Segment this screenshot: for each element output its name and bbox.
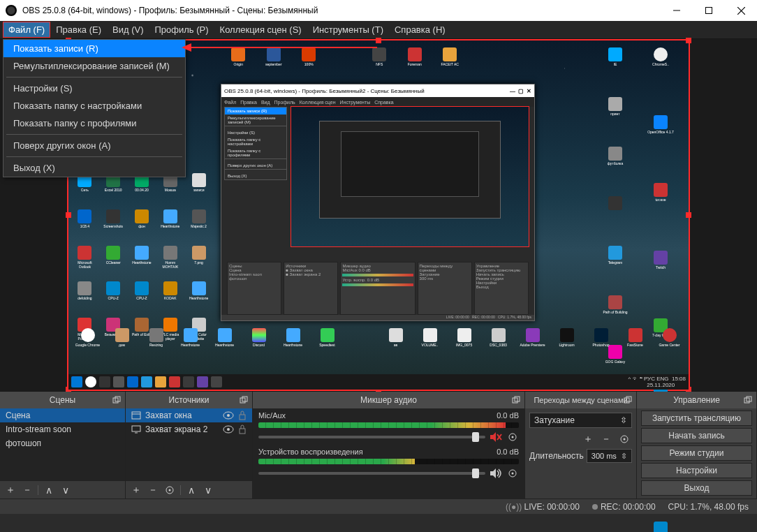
close-button[interactable]	[725, 0, 757, 21]
channel-settings-button[interactable]	[506, 431, 519, 443]
transitions-dock: Переходы между сценами Затухание ⇳ ＋ － Д…	[525, 392, 637, 498]
svg-rect-15	[132, 426, 140, 431]
settings-button[interactable]: Настройки	[641, 463, 752, 478]
scenes-title: Сцены	[50, 395, 75, 405]
transition-select[interactable]: Затухание ⇳	[529, 413, 632, 428]
menu-view[interactable]: Вид (V)	[107, 22, 149, 38]
menu-edit[interactable]: Правка (E)	[50, 22, 107, 38]
svg-point-31	[512, 473, 514, 475]
controls-dock: Управление Запустить трансляцию Начать з…	[637, 392, 757, 498]
scene-item[interactable]: Intro-stream soon	[0, 422, 125, 436]
menubar: Файл (F) Правка (E) Вид (V) Профиль (P) …	[0, 21, 757, 39]
popout-icon[interactable]	[622, 394, 633, 406]
dropdown-remux[interactable]: Ремультиплексирование записей (M)	[3, 57, 185, 75]
source-down-button[interactable]: ∨	[200, 483, 216, 497]
menu-profile[interactable]: Профиль (P)	[149, 22, 214, 38]
popout-icon[interactable]	[111, 394, 122, 406]
volume-slider[interactable]	[258, 472, 485, 475]
chevron-updown-icon: ⇳	[620, 415, 627, 425]
channel-settings-button[interactable]	[506, 467, 519, 480]
remove-transition-button[interactable]: －	[598, 432, 614, 446]
resize-handle[interactable]	[66, 212, 71, 218]
docks-row: Сцены Сцена Intro-stream soon фотошоп ＋ …	[0, 391, 757, 498]
scenes-dock: Сцены Сцена Intro-stream soon фотошоп ＋ …	[0, 392, 126, 498]
dropdown-show-profiles-folder[interactable]: Показать папку с профилями	[3, 114, 185, 132]
sources-dock: Источники Захват окна Захват экрана 2 ＋ …	[126, 392, 253, 498]
desktop-icons: Google Chrome дом Resizing Hearthstone H…	[72, 328, 685, 369]
popout-icon[interactable]	[238, 394, 249, 406]
desktop-icons: Сеть Excel 2010 00.04.20 Мокша записи 1С…	[72, 173, 212, 351]
resize-handle[interactable]	[376, 38, 381, 43]
volume-slider[interactable]	[258, 436, 485, 438]
visibility-toggle[interactable]	[223, 411, 234, 420]
add-scene-button[interactable]: ＋	[3, 483, 18, 497]
titlebar: OBS 25.0.8 (64-bit, windows) - Профиль: …	[0, 0, 757, 21]
lock-icon[interactable]	[238, 411, 247, 420]
source-item[interactable]: Захват окна	[126, 408, 252, 422]
dropdown-show-settings-folder[interactable]: Показать папку с настройками	[3, 97, 185, 114]
mixer-channel: Устройство воспроизведения0.0 dB	[253, 445, 524, 481]
scene-down-button[interactable]: ∨	[58, 483, 73, 497]
controls-title: Управление	[673, 395, 720, 405]
scene-up-button[interactable]: ∧	[41, 483, 57, 497]
popout-icon[interactable]	[742, 394, 754, 406]
audio-mixer-dock: Микшер аудио Mic/Aux0.0 dB Устройство во…	[253, 392, 525, 498]
minimize-button[interactable]	[661, 0, 693, 21]
window-capture-icon	[131, 411, 141, 420]
svg-rect-1	[706, 8, 712, 14]
exit-button[interactable]: Выход	[641, 480, 752, 496]
dropdown-separator	[6, 77, 182, 77]
remove-source-button[interactable]: －	[145, 483, 161, 497]
svg-rect-19	[240, 429, 245, 434]
start-streaming-button[interactable]: Запустить трансляцию	[641, 411, 752, 426]
dropdown-show-recordings[interactable]: Показать записи (R)	[3, 40, 185, 57]
source-item[interactable]: Захват экрана 2	[126, 422, 252, 436]
menu-help[interactable]: Справка (H)	[389, 22, 451, 38]
popout-icon[interactable]	[510, 394, 522, 406]
duration-spinbox[interactable]: 300 ms ⇳	[587, 449, 632, 463]
obs-logo-icon	[6, 5, 17, 16]
svg-point-28	[512, 436, 514, 438]
source-up-button[interactable]: ∧	[184, 483, 199, 497]
add-transition-button[interactable]: ＋	[580, 432, 596, 446]
visibility-toggle[interactable]	[223, 425, 234, 434]
scene-item[interactable]: Сцена	[0, 408, 125, 422]
menu-scene-collection[interactable]: Коллекция сцен (S)	[214, 22, 307, 38]
dropdown-exit[interactable]: Выход (X)	[3, 159, 185, 177]
svg-marker-29	[490, 468, 496, 478]
stream-status: ((●)) LIVE: 00:00:00	[506, 502, 580, 512]
dropdown-always-on-top[interactable]: Поверх других окон (A)	[3, 137, 185, 154]
resize-handle[interactable]	[686, 212, 691, 218]
add-source-button[interactable]: ＋	[128, 483, 144, 497]
resize-handle[interactable]	[686, 38, 691, 43]
scene-item[interactable]: фотошоп	[0, 436, 125, 450]
lock-icon[interactable]	[238, 424, 247, 434]
menu-file[interactable]: Файл (F)	[3, 22, 50, 38]
nested-obs-window: OBS 25.0.8 (64-bit, windows) - Профиль: …	[221, 84, 535, 321]
dropdown-settings[interactable]: Настройки (S)	[3, 80, 185, 97]
svg-point-18	[227, 428, 230, 431]
transitions-title: Переходы между сценами	[534, 396, 627, 404]
window-title: OBS 25.0.8 (64-bit, windows) - Профиль: …	[22, 6, 661, 15]
maximize-button[interactable]	[693, 0, 725, 21]
mute-button[interactable]	[490, 431, 502, 443]
display-capture-icon	[131, 424, 141, 434]
menu-tools[interactable]: Инструменты (T)	[307, 22, 389, 38]
svg-point-21	[169, 489, 171, 491]
chevron-updown-icon: ⇳	[621, 452, 627, 461]
svg-rect-10	[132, 412, 140, 419]
transition-settings-button[interactable]	[617, 432, 632, 446]
studio-mode-button[interactable]: Режим студии	[641, 445, 752, 461]
svg-point-35	[624, 438, 626, 441]
source-properties-button[interactable]	[162, 483, 177, 497]
start-recording-button[interactable]: Начать запись	[641, 428, 752, 443]
mixer-channel: Mic/Aux0.0 dB	[253, 408, 524, 445]
svg-marker-24	[490, 432, 496, 442]
dropdown-separator	[6, 156, 182, 157]
remove-scene-button[interactable]: －	[20, 483, 35, 497]
sources-title: Источники	[169, 395, 210, 405]
svg-rect-14	[240, 415, 245, 420]
mute-button[interactable]	[490, 467, 502, 480]
svg-point-13	[227, 414, 230, 417]
file-dropdown-menu: Показать записи (R) Ремультиплексировани…	[3, 39, 186, 177]
